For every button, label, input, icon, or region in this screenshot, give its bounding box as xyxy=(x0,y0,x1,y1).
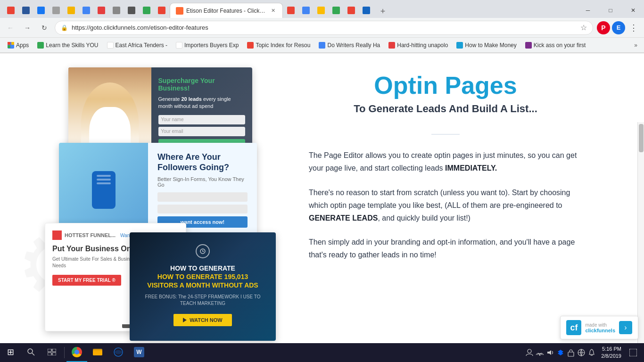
body-paragraph-1: The Page Editor allows you to create opt… xyxy=(309,149,582,174)
taskbar-ie-button[interactable] xyxy=(108,343,129,362)
tab-more4[interactable] xyxy=(329,3,343,18)
back-button[interactable]: ← xyxy=(4,21,17,34)
tab-fb[interactable] xyxy=(34,3,48,18)
people-taskbar-icon[interactable] xyxy=(525,348,534,357)
start-button[interactable]: ⊞ xyxy=(0,343,21,362)
preview-top-desc: Generate 20 leads every single month wit… xyxy=(158,96,246,110)
tab-favicon-word xyxy=(22,7,30,14)
sub-heading: To Generate Leads And Build A List... xyxy=(309,103,582,115)
secure-icon: 🔒 xyxy=(61,25,68,31)
preview-stack: Supercharge Your Business! Generate 20 l… xyxy=(45,67,276,308)
immediately-text: IMMEDIATELY. xyxy=(445,164,497,172)
tab-more1[interactable] xyxy=(284,3,298,18)
refresh-button[interactable]: ↻ xyxy=(38,21,51,34)
search-taskbar-button[interactable] xyxy=(21,343,41,362)
taskbar-chrome-button[interactable] xyxy=(66,343,87,362)
tab-active[interactable]: Etison Editor Features - ClickFunnels ✕ xyxy=(170,3,283,18)
tab-favicon-more6 xyxy=(363,7,370,14)
language-taskbar-icon[interactable] xyxy=(577,348,586,357)
chrome-menu-icon[interactable]: ⋮ xyxy=(627,21,640,34)
taskbar-explorer-button[interactable] xyxy=(87,343,108,362)
tab-more3[interactable] xyxy=(314,3,328,18)
cf-logo-icon: cf xyxy=(566,320,581,335)
bookmark-hard-hitting[interactable]: Hard-hitting unapolo xyxy=(385,41,452,49)
bookmark-apps-icon xyxy=(8,42,14,49)
bookmark-hard-hitting-icon xyxy=(388,42,395,49)
task-view-button[interactable] xyxy=(41,343,62,362)
tab-more6[interactable] xyxy=(359,3,373,18)
tab-multi[interactable] xyxy=(109,3,124,18)
tab-chr[interactable] xyxy=(79,3,93,18)
forward-button[interactable]: → xyxy=(21,21,34,34)
svg-rect-14 xyxy=(629,349,637,356)
bookmark-east-africa[interactable]: East Africa Tenders - xyxy=(103,41,172,49)
bookmark-east-africa-icon xyxy=(107,42,114,49)
tab-doc[interactable] xyxy=(49,3,63,18)
maximize-button[interactable]: □ xyxy=(600,3,621,18)
bookmarks-bar: Apps Learn the Skills YOU East Africa Te… xyxy=(0,38,644,53)
tab-add-button[interactable]: + xyxy=(376,5,389,18)
generate-leads-text: GENERATE LEADS xyxy=(309,214,378,222)
tab-more5[interactable] xyxy=(344,3,358,18)
url-text: https://goto.clickfunnels.com/etison-edi… xyxy=(72,24,577,31)
bookmark-writers[interactable]: Do Writers Really Ha xyxy=(315,41,384,49)
nav-right-controls: P E ⋮ xyxy=(597,21,640,34)
volume-taskbar-icon[interactable] xyxy=(545,348,555,357)
play-icon xyxy=(183,318,187,322)
bookmark-importers[interactable]: Importers Buyers Exp xyxy=(172,41,242,49)
dropbox-taskbar-icon[interactable] xyxy=(556,348,565,357)
taskbar: ⊞ W xyxy=(0,343,644,362)
tab-cf1[interactable] xyxy=(94,3,108,18)
svg-rect-8 xyxy=(93,350,102,355)
taskbar-separator-1 xyxy=(64,347,65,358)
tab-bm[interactable] xyxy=(64,3,78,18)
bookmark-star-icon[interactable]: ☆ xyxy=(580,23,587,32)
bookmarks-more-button[interactable]: » xyxy=(631,41,640,49)
bookmark-topic[interactable]: Topic Index for Resou xyxy=(243,41,314,49)
tab-multi4[interactable] xyxy=(155,3,169,18)
bookmark-learn[interactable]: Learn the Skills YOU xyxy=(33,41,102,49)
svg-rect-6 xyxy=(52,353,56,355)
taskbar-right: 5:16 PM 2/8/2019 xyxy=(525,343,644,362)
bookmark-how-to-make[interactable]: How to Make Money xyxy=(453,41,520,49)
address-bar[interactable]: 🔒 https://goto.clickfunnels.com/etison-e… xyxy=(55,21,593,35)
bookmark-kick-ass-icon xyxy=(525,42,532,49)
tab-favicon-multi4 xyxy=(158,7,165,14)
cf-arrow-button[interactable]: › xyxy=(619,321,632,334)
pinterest-icon[interactable]: P xyxy=(597,21,610,34)
taskbar-word-button[interactable]: W xyxy=(129,343,149,362)
divider xyxy=(431,134,460,135)
minimize-button[interactable]: ─ xyxy=(577,3,599,18)
tab-favicon-fb xyxy=(37,7,45,14)
scrollbar-thumb[interactable] xyxy=(639,124,644,152)
notifications-icon[interactable] xyxy=(587,348,596,357)
action-center-button[interactable] xyxy=(626,343,640,362)
tab-more2[interactable] xyxy=(299,3,313,18)
preview-bl-cta: START MY FREE TRIAL ® xyxy=(52,275,121,286)
tab-favicon-more4 xyxy=(332,7,340,14)
tab-favicon-active xyxy=(176,7,183,15)
page-wrapper: ⚙ Supercharge Your Business! Generat xyxy=(0,53,644,346)
security-taskbar-icon[interactable] xyxy=(566,348,576,357)
search-taskbar-icon xyxy=(27,348,35,356)
bookmark-hard-hitting-label: Hard-hitting unapolo xyxy=(397,42,448,49)
close-button[interactable]: ✕ xyxy=(622,3,644,18)
preview-br-icon xyxy=(196,244,210,258)
bookmark-writers-label: Do Writers Really Ha xyxy=(327,42,380,49)
page-content: ⚙ Supercharge Your Business! Generat xyxy=(45,53,601,346)
preview-images-section: ⚙ Supercharge Your Business! Generat xyxy=(45,67,281,308)
tab-favicon-more1 xyxy=(287,7,295,14)
tab-multi2[interactable] xyxy=(124,3,139,18)
scrollbar[interactable] xyxy=(637,122,644,346)
tab-word[interactable] xyxy=(19,3,33,18)
tab-close-active[interactable]: ✕ xyxy=(269,7,277,15)
tab-favicon-gmail xyxy=(7,7,15,14)
user-avatar[interactable]: E xyxy=(612,21,625,34)
network-taskbar-icon[interactable] xyxy=(535,348,545,357)
bookmark-kick-ass[interactable]: Kick ass on your first xyxy=(521,41,590,49)
bookmark-learn-icon xyxy=(37,42,44,49)
svg-rect-4 xyxy=(52,349,56,352)
tab-gmail[interactable] xyxy=(4,3,18,18)
bookmark-apps[interactable]: Apps xyxy=(4,41,33,49)
tab-multi3[interactable] xyxy=(140,3,154,18)
